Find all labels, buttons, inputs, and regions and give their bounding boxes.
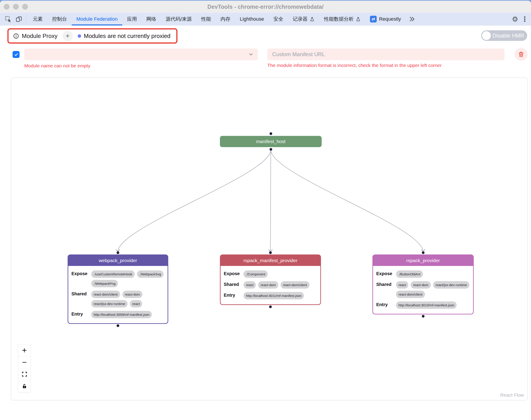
module-tag: react xyxy=(243,281,256,289)
tab-recorder[interactable]: 记录器 xyxy=(288,13,319,25)
node-handle-top[interactable] xyxy=(422,251,425,254)
chevron-down-icon xyxy=(248,51,254,57)
proxy-status-text: Modules are not currently proxied xyxy=(84,32,170,40)
section-label-shared: Shared xyxy=(71,291,91,307)
toggle-knob xyxy=(482,31,491,40)
module-tag: react/jsx-dev-runtime xyxy=(91,300,128,307)
react-flow-attribution[interactable]: React Flow xyxy=(500,392,524,398)
node-body: Expose./useCustomRemoteHook./WebpackSvg.… xyxy=(68,266,167,323)
tab-lighthouse[interactable]: Lighthouse xyxy=(235,13,269,25)
tab-label: Requestly xyxy=(379,16,401,22)
tab-console[interactable]: 控制台 xyxy=(47,13,72,25)
flow-canvas[interactable]: manifest_host webpack_provider Expose./u… xyxy=(11,77,528,401)
tab-sources[interactable]: 源代码/来源 xyxy=(161,13,196,25)
flow-node-webpack_provider[interactable]: webpack_provider Expose./useCustomRemote… xyxy=(68,255,168,324)
node-handle-bottom[interactable] xyxy=(422,315,425,318)
tab-application[interactable]: 应用 xyxy=(122,13,141,25)
node-section-entry: Entryhttp://localhost:3009/mf-manifest.j… xyxy=(71,311,165,318)
node-title: manifest_host xyxy=(256,139,286,144)
settings-gear-icon[interactable]: ⚙ xyxy=(510,13,520,26)
module-name-select[interactable] xyxy=(24,48,258,60)
info-icon[interactable] xyxy=(13,33,19,39)
tab-label: 应用 xyxy=(127,16,137,22)
more-options-icon[interactable]: ⋮ xyxy=(520,13,529,26)
disable-hmr-label: Disable HMR xyxy=(491,32,527,39)
tab-memory[interactable]: 内存 xyxy=(216,13,235,25)
lock-interactivity-button[interactable] xyxy=(18,380,30,392)
flow-node-manifest-host[interactable]: manifest_host xyxy=(220,136,322,147)
experiment-flask-icon xyxy=(356,17,361,22)
node-section-shared: Sharedreactreact-domreact-dom/client xyxy=(224,281,317,289)
section-tags: ./useCustomRemoteHook./WebpackSvg./Webpa… xyxy=(91,270,165,287)
module-tag: react-dom xyxy=(258,281,278,289)
tab-security[interactable]: 安全 xyxy=(269,13,288,25)
module-tag: react xyxy=(396,281,408,289)
node-handle-top[interactable] xyxy=(269,251,272,254)
node-section-entry: Entryhttp://localhost:3011/mf-manifest.j… xyxy=(224,292,317,300)
check-icon xyxy=(14,52,19,57)
tab-label: 控制台 xyxy=(52,16,67,22)
devtools-window: DevTools - chrome-error://chromewebdata/… xyxy=(0,0,531,420)
section-label-expose: Expose xyxy=(224,270,243,278)
module-tag: react-dom/client xyxy=(396,291,425,298)
section-tags: http://localhost:3010/mf-manifest.json xyxy=(396,301,470,309)
node-handle-top[interactable] xyxy=(270,132,272,135)
node-title: rspack_manifest_provider xyxy=(221,255,320,266)
toolbar-divider xyxy=(26,15,26,23)
tabbar-right-group: ⚙ ⋮ xyxy=(506,13,529,25)
tab-label: 源代码/来源 xyxy=(166,16,192,22)
chevron-double-right-icon xyxy=(409,16,415,22)
node-handle-bottom[interactable] xyxy=(269,305,272,308)
section-tags: ./ButtonOldAnt xyxy=(396,270,470,278)
node-section-expose: Expose./Component xyxy=(224,270,317,278)
flow-edge-webpack_provider[interactable] xyxy=(118,150,271,252)
flow-controls: + − xyxy=(18,344,31,392)
devtools-tabbar: 元素控制台Module Federation应用网络源代码/来源性能内存Ligh… xyxy=(0,13,531,26)
node-section-expose: Expose./ButtonOldAnt xyxy=(376,270,470,278)
add-proxy-rule-button[interactable]: + xyxy=(62,31,73,41)
device-toolbar-button[interactable] xyxy=(14,13,24,25)
section-tags: http://localhost:3009/mf-manifest.json xyxy=(91,311,165,318)
tab-elements[interactable]: 元素 xyxy=(28,13,47,25)
section-label-shared: Shared xyxy=(376,281,396,298)
tab-network[interactable]: 网络 xyxy=(141,13,161,25)
flow-edge-rspack_provider[interactable] xyxy=(271,150,423,252)
fit-view-button[interactable] xyxy=(18,368,30,380)
node-handle-top[interactable] xyxy=(117,251,119,254)
node-body: Expose./ButtonOldAntSharedreactreact-dom… xyxy=(373,266,473,314)
tab-label: 性能 xyxy=(201,16,211,22)
requestly-icon: ⇄ xyxy=(370,16,377,22)
disable-hmr-toggle[interactable]: Disable HMR xyxy=(481,30,527,41)
flow-node-rspack_provider[interactable]: rspack_provider Expose./ButtonOldAntShar… xyxy=(372,255,474,315)
module-enabled-checkbox[interactable] xyxy=(13,51,19,58)
module-tag: ./WebpackPng xyxy=(91,280,118,287)
fit-view-icon xyxy=(22,371,27,377)
tab-requestly[interactable]: ⇄Requestly xyxy=(365,13,406,25)
tab-label: 安全 xyxy=(273,16,283,22)
module-tag: ./useCustomRemoteHook xyxy=(91,270,135,278)
more-tabs-button[interactable] xyxy=(406,13,418,25)
tab-module-federation[interactable]: Module Federation xyxy=(72,13,122,25)
flow-edge-rspack_manifest_provider[interactable] xyxy=(271,150,271,252)
zoom-in-button[interactable]: + xyxy=(18,345,30,357)
tab-performance[interactable]: 性能 xyxy=(197,13,216,25)
tab-label: 性能数据分析 xyxy=(324,16,354,22)
section-tags: http://localhost:3011/mf-manifest.json xyxy=(243,292,317,300)
section-label-expose: Expose xyxy=(71,270,91,287)
inspect-element-button[interactable] xyxy=(3,13,14,25)
tab-performance-insights[interactable]: 性能数据分析 xyxy=(319,13,365,25)
module-proxy-title: Module Proxy xyxy=(22,32,58,40)
node-handle-bottom[interactable] xyxy=(117,324,119,327)
tab-label: 记录器 xyxy=(293,16,307,22)
flow-node-rspack_manifest_provider[interactable]: rspack_manifest_provider Expose./Compone… xyxy=(220,255,321,305)
tab-label: Module Federation xyxy=(76,16,118,22)
section-tags: reactreact-domreact-dom/client xyxy=(243,281,317,289)
module-tag: react xyxy=(130,300,142,307)
tab-label: 内存 xyxy=(221,16,230,22)
custom-manifest-url-input[interactable] xyxy=(267,48,504,60)
manifest-format-error: The module information format is incorre… xyxy=(267,63,442,68)
tab-label: 元素 xyxy=(33,16,43,22)
delete-module-button[interactable] xyxy=(515,48,528,61)
node-handle-bottom[interactable] xyxy=(270,148,272,151)
zoom-out-button[interactable]: − xyxy=(18,357,30,368)
